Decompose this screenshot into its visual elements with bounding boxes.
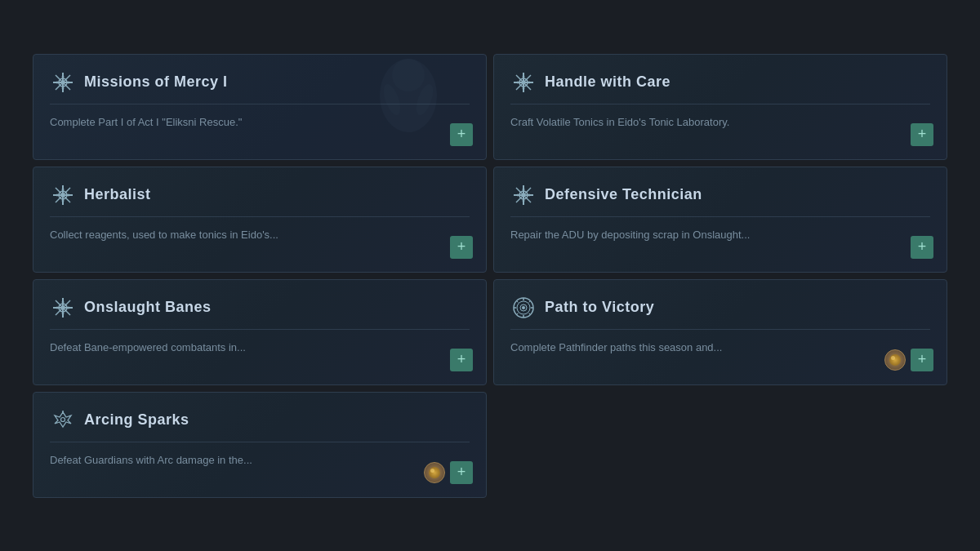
card-header: Herbalist <box>50 182 470 208</box>
card-description: Complete Part I of Act I "Eliksni Rescue… <box>50 114 470 131</box>
card-header: Handle with Care <box>510 69 930 96</box>
add-button[interactable]: + <box>911 123 933 146</box>
svg-line-58 <box>529 300 531 302</box>
card-actions: + <box>911 236 933 259</box>
add-button[interactable]: + <box>911 236 933 259</box>
card-description: Defeat Bane-empowered combatants in... <box>50 340 470 356</box>
card-divider <box>50 104 470 104</box>
card-header: Path to Victory <box>510 295 930 321</box>
card-actions: + <box>450 236 473 259</box>
card-header: Missions of Mercy I <box>50 69 470 96</box>
quest-icon <box>50 69 76 96</box>
reward-icon <box>884 349 906 371</box>
add-button[interactable]: + <box>450 123 473 146</box>
card-header: Defensive Technician <box>510 182 930 208</box>
quest-alt-icon <box>50 407 76 433</box>
card-divider <box>510 216 930 217</box>
svg-line-56 <box>517 300 519 302</box>
add-button[interactable]: + <box>450 461 473 484</box>
card-arcing-sparks[interactable]: Arcing Sparks Defeat Guardians with Arc … <box>33 392 487 498</box>
card-header: Arcing Sparks <box>50 407 470 433</box>
svg-point-60 <box>522 306 525 309</box>
reward-inner <box>429 467 440 478</box>
card-actions: + <box>911 123 933 146</box>
card-onslaught-banes[interactable]: Onslaught Banes Defeat Bane-empowered co… <box>33 279 487 385</box>
add-button[interactable]: + <box>911 349 933 371</box>
card-title: Missions of Mercy I <box>84 73 228 91</box>
reward-inner <box>889 354 901 366</box>
quest-icon <box>510 182 537 208</box>
card-divider <box>50 329 470 330</box>
card-actions: + <box>424 461 473 484</box>
svg-line-59 <box>517 313 519 314</box>
card-description: Craft Volatile Tonics in Eido's Tonic La… <box>510 114 930 131</box>
add-button[interactable]: + <box>450 236 473 259</box>
card-title: Arcing Sparks <box>84 411 189 429</box>
svg-point-61 <box>61 417 65 421</box>
card-title: Herbalist <box>84 186 151 203</box>
compass-icon <box>510 295 537 321</box>
card-actions: + <box>450 123 473 146</box>
reward-icon <box>424 462 445 483</box>
card-description: Repair the ADU by depositing scrap in On… <box>510 227 930 243</box>
card-actions: + <box>884 349 933 371</box>
card-header: Onslaught Banes <box>50 295 470 321</box>
add-button[interactable]: + <box>450 349 473 371</box>
quest-icon <box>50 295 76 321</box>
card-title: Handle with Care <box>545 73 670 91</box>
card-divider <box>50 216 470 217</box>
card-description: Defeat Guardians with Arc damage in the.… <box>50 452 470 469</box>
quest-icon <box>510 69 537 96</box>
card-description: Complete Pathfinder paths this season an… <box>510 340 930 356</box>
card-title: Onslaught Banes <box>84 299 212 316</box>
card-title: Defensive Technician <box>545 186 702 203</box>
card-path-to-victory[interactable]: Path to Victory Complete Pathfinder path… <box>493 279 947 385</box>
card-handle-with-care[interactable]: Handle with Care Craft Volatile Tonics i… <box>493 54 947 160</box>
quest-icon <box>50 182 76 208</box>
card-divider <box>50 442 470 442</box>
card-defensive-technician[interactable]: Defensive Technician Repair the ADU by d… <box>493 167 947 273</box>
bounty-grid: Missions of Mercy I Complete Part I of A… <box>24 46 956 506</box>
card-divider <box>510 104 930 104</box>
svg-line-57 <box>529 313 531 314</box>
card-missions-of-mercy[interactable]: Missions of Mercy I Complete Part I of A… <box>33 54 487 160</box>
card-description: Collect reagents, used to make tonics in… <box>50 227 470 243</box>
card-divider <box>510 329 930 330</box>
card-title: Path to Victory <box>545 299 654 316</box>
card-actions: + <box>450 349 473 371</box>
card-herbalist[interactable]: Herbalist Collect reagents, used to make… <box>33 167 487 273</box>
